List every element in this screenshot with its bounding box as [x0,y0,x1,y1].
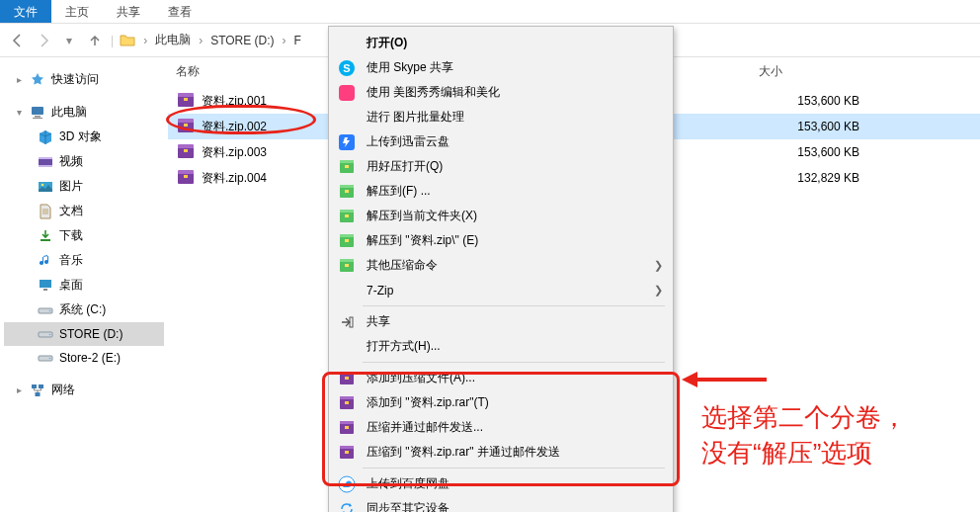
ctx-label: 添加到 "资料.zip.rar"(T) [367,394,663,411]
picture-icon [38,179,53,195]
ctx-share[interactable]: 共享 [331,309,671,334]
svg-rect-60 [345,426,349,429]
sidebar-downloads[interactable]: 下载 [4,223,164,248]
ctx-label: 使用 美图秀秀编辑和美化 [367,84,663,101]
chevron-right-icon[interactable]: › [281,34,288,47]
svg-rect-47 [345,239,349,242]
breadcrumb-store-d[interactable]: STORE (D:) [210,34,274,47]
ctx-open[interactable]: 打开(O) [331,31,671,55]
ctx-haoyasuo-open[interactable]: 用好压打开(Q) [331,154,671,179]
sidebar-this-pc[interactable]: ▾ 此电脑 [4,100,164,125]
archive-icon [176,169,196,187]
video-icon [38,154,53,170]
ctx-meitu[interactable]: 使用 美图秀秀编辑和美化 [331,80,671,105]
sidebar-label: Store-2 (E:) [59,351,121,365]
chevron-right-icon: ❯ [654,259,663,272]
breadcrumb-folder[interactable]: F [294,34,301,47]
chevron-right-icon[interactable]: › [141,34,149,47]
ctx-xunlei-upload[interactable]: 上传到迅雷云盘 [331,129,671,154]
nav-up-icon[interactable] [85,31,105,50]
blank-icon [337,337,357,357]
ctx-compress-email[interactable]: 压缩并通过邮件发送... [331,415,671,440]
ctx-other-compress[interactable]: 其他压缩命令 ❯ [331,253,671,278]
column-size[interactable]: 大小 [759,63,877,80]
blank-icon [337,108,357,128]
sync-icon [337,499,357,513]
tab-file[interactable]: 文件 [0,0,51,23]
skype-icon: S [337,58,357,78]
svg-rect-21 [178,93,194,97]
archive-icon [337,256,357,276]
sidebar-label: 音乐 [59,252,83,269]
ctx-label: 压缩到 "资料.zip.rar" 并通过邮件发送 [367,444,663,461]
sidebar-network[interactable]: ▸ 网络 [4,378,164,402]
desktop-icon [38,278,53,294]
archive-icon [176,118,196,135]
svg-rect-62 [340,446,354,449]
archive-icon [337,231,357,251]
archive-icon [337,182,357,202]
svg-rect-54 [345,377,349,380]
ctx-7zip[interactable]: 7-Zip ❯ [331,278,671,302]
sidebar-quick-access[interactable]: ▸ 快速访问 [4,67,164,92]
winrar-icon [337,393,357,413]
drive-icon [38,326,53,342]
svg-rect-26 [178,147,194,158]
svg-rect-20 [178,96,194,107]
sidebar-drive-d[interactable]: STORE (D:) [4,322,164,346]
nav-forward-icon[interactable] [34,31,53,50]
ctx-extract-here[interactable]: 解压到当前文件夹(X) [331,204,671,228]
sidebar-label: 桌面 [59,277,83,294]
sidebar-pictures[interactable]: 图片 [4,174,164,199]
ctx-add-to-rar[interactable]: 添加到 "资料.zip.rar"(T) [331,390,671,415]
blank-icon [337,281,357,300]
ctx-batch-image[interactable]: 进行 图片批量处理 [331,105,671,129]
tab-view[interactable]: 查看 [154,0,205,23]
archive-icon [337,157,357,177]
ctx-upload-baidu[interactable]: 上传到百度网盘 [331,471,671,496]
svg-rect-50 [345,264,349,267]
ctx-label: 上传到百度网盘 [367,475,663,492]
sidebar-desktop[interactable]: 桌面 [4,273,164,298]
annotation-line1: 选择第二个分卷， [701,399,907,435]
ctx-label: 压缩并通过邮件发送... [367,419,663,436]
ctx-extract-to[interactable]: 解压到(F) ... [331,179,671,204]
annotation-text: 选择第二个分卷， 没有“解压”选项 [701,399,907,471]
file-size: 153,600 KB [759,145,877,159]
nav-separator: | [111,34,114,47]
svg-rect-23 [178,122,194,132]
nav-recent-icon[interactable]: ▾ [59,31,79,50]
tab-home[interactable]: 主页 [51,0,103,23]
chevron-right-icon[interactable]: › [197,34,204,47]
breadcrumb-this-pc[interactable]: 此电脑 [155,32,191,48]
svg-point-14 [49,334,51,336]
download-icon [38,228,53,244]
drive-icon [38,302,53,318]
svg-rect-17 [32,384,37,388]
ctx-label: 解压到(F) ... [367,183,663,200]
ctx-skype-share[interactable]: S 使用 Skype 共享 [331,55,671,80]
chevron-right-icon: ▸ [14,74,24,85]
ctx-add-to-archive[interactable]: 添加到压缩文件(A)... [331,366,671,390]
sidebar-label: 图片 [59,178,83,195]
ctx-open-with[interactable]: 打开方式(H)... [331,334,671,359]
sidebar-music[interactable]: 音乐 [4,248,164,273]
ctx-sync-devices[interactable]: 同步至其它设备 [331,496,671,512]
ctx-compress-rar-email[interactable]: 压缩到 "资料.zip.rar" 并通过邮件发送 [331,440,671,465]
sidebar-label: 此电脑 [51,104,87,121]
tab-share[interactable]: 共享 [103,0,154,23]
sidebar-drive-e[interactable]: Store-2 (E:) [4,346,164,370]
sidebar-3d-objects[interactable]: 3D 对象 [4,125,164,149]
sidebar-label: 文档 [59,203,83,219]
svg-rect-18 [39,384,43,388]
svg-rect-44 [345,214,349,217]
nav-back-icon[interactable] [8,31,28,50]
sidebar-label: STORE (D:) [59,327,122,341]
sidebar-documents[interactable]: 文档 [4,199,164,223]
sidebar-videos[interactable]: 视频 [4,149,164,174]
annotation-arrow [680,366,769,391]
svg-rect-31 [184,175,188,178]
sidebar-drive-c[interactable]: 系统 (C:) [4,298,164,322]
ctx-extract-named[interactable]: 解压到 "资料.zip\" (E) [331,228,671,253]
svg-rect-46 [340,234,354,237]
